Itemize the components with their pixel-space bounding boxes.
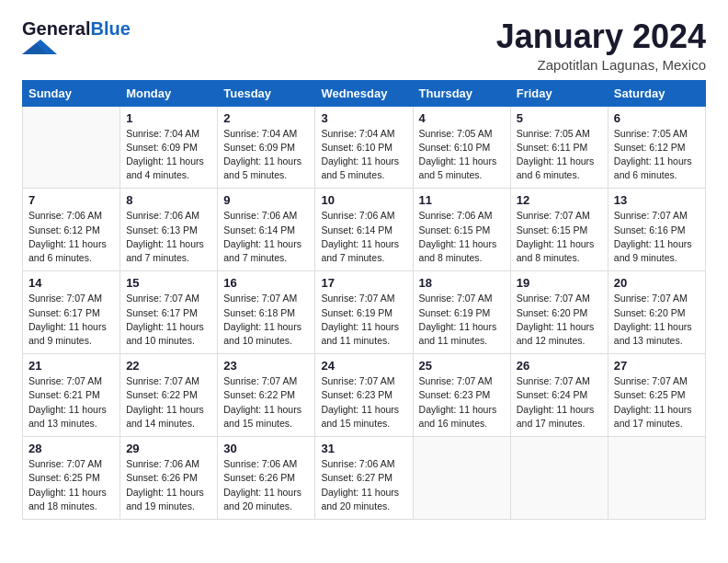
calendar-cell: 16Sunrise: 7:07 AM Sunset: 6:18 PM Dayli… <box>218 271 315 354</box>
calendar-cell: 13Sunrise: 7:07 AM Sunset: 6:16 PM Dayli… <box>608 189 705 271</box>
calendar-week-row: 1Sunrise: 7:04 AM Sunset: 6:09 PM Daylig… <box>23 106 706 189</box>
month-title: January 2024 <box>496 18 706 55</box>
day-number: 8 <box>126 193 211 207</box>
calendar-cell: 21Sunrise: 7:07 AM Sunset: 6:21 PM Dayli… <box>23 354 120 437</box>
logo-text-block: GeneralBlue <box>22 18 131 58</box>
calendar-week-row: 28Sunrise: 7:07 AM Sunset: 6:25 PM Dayli… <box>23 437 706 520</box>
day-number: 10 <box>321 193 406 207</box>
day-info: Sunrise: 7:07 AM Sunset: 6:17 PM Dayligh… <box>126 292 211 348</box>
day-info: Sunrise: 7:06 AM Sunset: 6:12 PM Dayligh… <box>28 209 114 265</box>
calendar-week-row: 7Sunrise: 7:06 AM Sunset: 6:12 PM Daylig… <box>23 189 706 271</box>
day-header-monday: Monday <box>120 80 218 106</box>
calendar-cell: 14Sunrise: 7:07 AM Sunset: 6:17 PM Dayli… <box>23 271 120 354</box>
logo: GeneralBlue <box>22 18 131 58</box>
location: Zapotitlan Lagunas, Mexico <box>496 57 706 73</box>
day-info: Sunrise: 7:06 AM Sunset: 6:15 PM Dayligh… <box>419 209 505 265</box>
calendar-cell: 24Sunrise: 7:07 AM Sunset: 6:23 PM Dayli… <box>315 354 413 437</box>
logo-blue: Blue <box>90 18 130 40</box>
day-header-wednesday: Wednesday <box>315 80 413 106</box>
calendar-table: SundayMondayTuesdayWednesdayThursdayFrid… <box>22 80 706 520</box>
calendar-cell: 8Sunrise: 7:06 AM Sunset: 6:13 PM Daylig… <box>120 189 218 271</box>
calendar-cell: 27Sunrise: 7:07 AM Sunset: 6:25 PM Dayli… <box>608 354 705 437</box>
day-header-sunday: Sunday <box>23 80 120 106</box>
calendar-cell: 9Sunrise: 7:06 AM Sunset: 6:14 PM Daylig… <box>218 189 315 271</box>
day-number: 27 <box>614 359 700 373</box>
page-header: GeneralBlue January 2024 Zapotitlan Lagu… <box>22 18 706 73</box>
day-info: Sunrise: 7:04 AM Sunset: 6:10 PM Dayligh… <box>321 127 406 183</box>
day-number: 31 <box>321 442 406 455</box>
day-header-tuesday: Tuesday <box>218 80 315 106</box>
calendar-cell: 17Sunrise: 7:07 AM Sunset: 6:19 PM Dayli… <box>315 271 413 354</box>
day-info: Sunrise: 7:06 AM Sunset: 6:26 PM Dayligh… <box>223 457 309 513</box>
day-header-saturday: Saturday <box>608 80 705 106</box>
day-info: Sunrise: 7:07 AM Sunset: 6:22 PM Dayligh… <box>126 374 211 431</box>
calendar-cell: 28Sunrise: 7:07 AM Sunset: 6:25 PM Dayli… <box>23 437 120 520</box>
day-number: 30 <box>223 442 309 455</box>
day-number: 16 <box>223 276 309 290</box>
day-number: 3 <box>321 111 406 125</box>
day-info: Sunrise: 7:07 AM Sunset: 6:18 PM Dayligh… <box>223 292 309 348</box>
calendar-cell: 18Sunrise: 7:07 AM Sunset: 6:19 PM Dayli… <box>413 271 510 354</box>
day-number: 24 <box>321 359 406 373</box>
day-info: Sunrise: 7:06 AM Sunset: 6:13 PM Dayligh… <box>126 209 211 265</box>
day-info: Sunrise: 7:06 AM Sunset: 6:14 PM Dayligh… <box>321 209 406 265</box>
day-info: Sunrise: 7:07 AM Sunset: 6:17 PM Dayligh… <box>28 292 114 348</box>
calendar-cell: 2Sunrise: 7:04 AM Sunset: 6:09 PM Daylig… <box>218 106 315 189</box>
calendar-cell: 11Sunrise: 7:06 AM Sunset: 6:15 PM Dayli… <box>413 189 510 271</box>
calendar-cell: 3Sunrise: 7:04 AM Sunset: 6:10 PM Daylig… <box>315 106 413 189</box>
day-info: Sunrise: 7:07 AM Sunset: 6:20 PM Dayligh… <box>517 292 602 348</box>
day-number: 14 <box>28 276 114 290</box>
calendar-cell: 20Sunrise: 7:07 AM Sunset: 6:20 PM Dayli… <box>608 271 705 354</box>
day-info: Sunrise: 7:06 AM Sunset: 6:14 PM Dayligh… <box>223 209 309 265</box>
day-number: 23 <box>223 359 309 373</box>
day-info: Sunrise: 7:07 AM Sunset: 6:25 PM Dayligh… <box>28 457 114 513</box>
calendar-cell: 25Sunrise: 7:07 AM Sunset: 6:23 PM Dayli… <box>413 354 510 437</box>
day-number: 12 <box>517 193 602 207</box>
calendar-week-row: 14Sunrise: 7:07 AM Sunset: 6:17 PM Dayli… <box>23 271 706 354</box>
day-number: 5 <box>517 111 602 125</box>
day-number: 21 <box>28 359 114 373</box>
day-number: 19 <box>517 276 602 290</box>
day-info: Sunrise: 7:06 AM Sunset: 6:27 PM Dayligh… <box>321 457 406 513</box>
day-number: 25 <box>419 359 505 373</box>
day-number: 28 <box>28 442 114 455</box>
day-info: Sunrise: 7:05 AM Sunset: 6:12 PM Dayligh… <box>614 127 700 183</box>
day-header-thursday: Thursday <box>413 80 510 106</box>
calendar-cell: 31Sunrise: 7:06 AM Sunset: 6:27 PM Dayli… <box>315 437 413 520</box>
day-header-friday: Friday <box>510 80 608 106</box>
calendar-cell: 12Sunrise: 7:07 AM Sunset: 6:15 PM Dayli… <box>510 189 608 271</box>
day-info: Sunrise: 7:07 AM Sunset: 6:23 PM Dayligh… <box>321 374 406 431</box>
day-info: Sunrise: 7:05 AM Sunset: 6:10 PM Dayligh… <box>419 127 505 183</box>
calendar-cell: 7Sunrise: 7:06 AM Sunset: 6:12 PM Daylig… <box>23 189 120 271</box>
calendar-cell <box>413 437 510 520</box>
day-info: Sunrise: 7:07 AM Sunset: 6:24 PM Dayligh… <box>517 374 602 431</box>
day-number: 11 <box>419 193 505 207</box>
day-number: 15 <box>126 276 211 290</box>
day-info: Sunrise: 7:05 AM Sunset: 6:11 PM Dayligh… <box>517 127 602 183</box>
day-number: 4 <box>419 111 505 125</box>
calendar-cell: 30Sunrise: 7:06 AM Sunset: 6:26 PM Dayli… <box>218 437 315 520</box>
calendar-cell <box>608 437 705 520</box>
day-info: Sunrise: 7:07 AM Sunset: 6:19 PM Dayligh… <box>321 292 406 348</box>
day-info: Sunrise: 7:04 AM Sunset: 6:09 PM Dayligh… <box>223 127 309 183</box>
calendar-cell: 19Sunrise: 7:07 AM Sunset: 6:20 PM Dayli… <box>510 271 608 354</box>
day-number: 7 <box>28 193 114 207</box>
calendar-cell: 4Sunrise: 7:05 AM Sunset: 6:10 PM Daylig… <box>413 106 510 189</box>
calendar-cell <box>23 106 120 189</box>
day-number: 20 <box>614 276 700 290</box>
day-number: 22 <box>126 359 211 373</box>
calendar-cell: 10Sunrise: 7:06 AM Sunset: 6:14 PM Dayli… <box>315 189 413 271</box>
day-info: Sunrise: 7:07 AM Sunset: 6:21 PM Dayligh… <box>28 374 114 431</box>
logo-general: General <box>22 18 90 40</box>
day-number: 29 <box>126 442 211 455</box>
calendar-cell: 22Sunrise: 7:07 AM Sunset: 6:22 PM Dayli… <box>120 354 218 437</box>
day-number: 1 <box>126 111 211 125</box>
day-number: 6 <box>614 111 700 125</box>
day-info: Sunrise: 7:07 AM Sunset: 6:20 PM Dayligh… <box>614 292 700 348</box>
title-block: January 2024 Zapotitlan Lagunas, Mexico <box>496 18 706 73</box>
day-info: Sunrise: 7:07 AM Sunset: 6:16 PM Dayligh… <box>614 209 700 265</box>
logo-icon <box>22 40 57 54</box>
day-number: 2 <box>223 111 309 125</box>
calendar-cell: 1Sunrise: 7:04 AM Sunset: 6:09 PM Daylig… <box>120 106 218 189</box>
day-number: 13 <box>614 193 700 207</box>
